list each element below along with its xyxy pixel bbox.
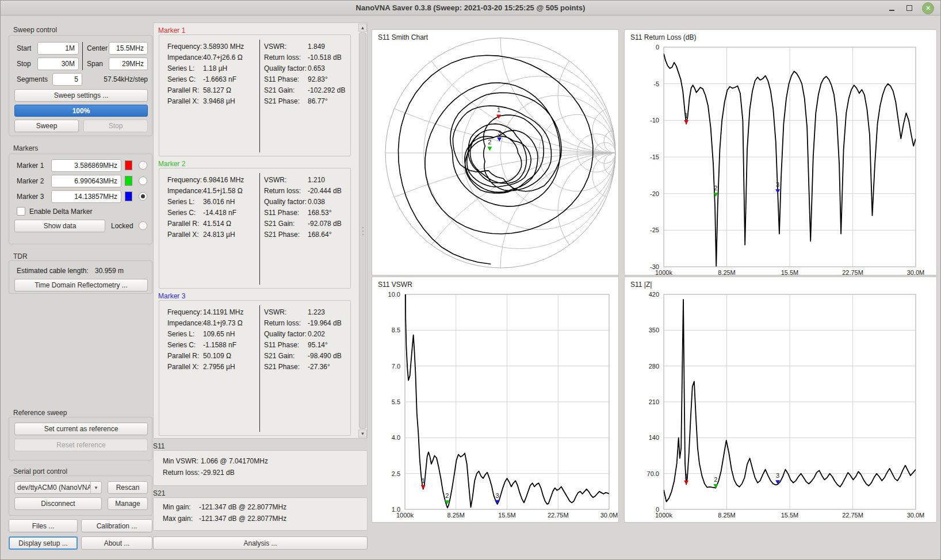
- about-button[interactable]: About ...: [81, 536, 152, 550]
- sweep-divider: [82, 42, 83, 70]
- marker-panel-cell: Quality factor:: [264, 64, 307, 72]
- marker1-label: Marker 1: [17, 162, 44, 170]
- segments-input[interactable]: 5: [52, 73, 82, 86]
- svg-text:-25: -25: [650, 227, 659, 233]
- svg-text:15.5M: 15.5M: [781, 512, 799, 519]
- marker2-input[interactable]: 6.990643MHz: [51, 175, 121, 187]
- marker-panel-cell: Series C:: [167, 341, 196, 349]
- maximize-button[interactable]: [902, 2, 916, 14]
- scrollbar-thumb[interactable]: [359, 32, 366, 429]
- svg-text:30.0M: 30.0M: [907, 512, 925, 519]
- marker-panel-title: Marker 2: [158, 160, 185, 168]
- marker-panel-cell: 0.653: [308, 64, 325, 72]
- start-input[interactable]: 1M: [37, 42, 79, 55]
- locked-radio[interactable]: [139, 221, 147, 230]
- display-setup-button[interactable]: Display setup ...: [9, 536, 78, 550]
- marker3-color-swatch[interactable]: [125, 191, 132, 201]
- calibration-button[interactable]: Calibration ...: [81, 519, 152, 532]
- svg-text:140: 140: [649, 434, 659, 441]
- manage-button[interactable]: Manage: [108, 497, 148, 510]
- marker3-input[interactable]: 14.13857MHz: [51, 190, 121, 203]
- marker-panel-cell: S21 Gain:: [264, 86, 294, 94]
- center-input[interactable]: 15.5MHz: [109, 42, 148, 55]
- rescan-button[interactable]: Rescan: [108, 481, 148, 494]
- markers-section-label: Markers: [13, 144, 38, 152]
- svg-text:70.0: 70.0: [647, 470, 659, 477]
- svg-text:210: 210: [649, 398, 659, 405]
- marker-panel-box: Frequency:6.98416 MHzImpedance:41.5+j1.5…: [159, 168, 351, 289]
- return-loss-chart[interactable]: 0-5-10-15-20-25-301000k8.25M15.5M22.75M3…: [625, 30, 938, 276]
- span-input[interactable]: 29MHz: [109, 57, 148, 70]
- marker-panel-cell: -14.418 nF: [203, 209, 236, 217]
- svg-text:1: 1: [684, 112, 688, 119]
- marker-panel-cell: VSWR:: [264, 43, 286, 51]
- marker-panel-cell: -27.36°: [308, 363, 330, 371]
- return-loss-chart-panel[interactable]: S11 Return Loss (dB) 0-5-10-15-20-25-301…: [624, 29, 937, 275]
- marker-panel-cell: S21 Phase:: [264, 231, 300, 239]
- enable-delta-marker-checkbox[interactable]: [17, 207, 25, 216]
- svg-text:280: 280: [649, 363, 659, 370]
- marker2-color-swatch[interactable]: [125, 176, 132, 186]
- svg-text:10.0: 10.0: [388, 291, 400, 298]
- reset-reference-button[interactable]: Reset reference: [14, 439, 148, 451]
- marker2-radio[interactable]: [139, 177, 147, 185]
- reference-sweep-section-label: Reference sweep: [13, 409, 67, 417]
- analysis-button[interactable]: Analysis ...: [153, 536, 368, 550]
- scroll-down-button[interactable]: ▼: [358, 429, 367, 438]
- marker-panel-cell: S21 Phase:: [264, 363, 300, 371]
- files-button[interactable]: Files ...: [9, 519, 78, 532]
- z-chart[interactable]: 42035028021014070.001000k8.25M15.5M22.75…: [625, 277, 938, 523]
- s21-summary-box: [153, 497, 368, 531]
- show-data-button[interactable]: Show data: [14, 220, 105, 232]
- tdr-button[interactable]: Time Domain Reflectometry ...: [14, 279, 148, 291]
- chevron-down-icon: ▼: [90, 482, 101, 493]
- marker-panel-cell: 0.202: [308, 330, 325, 338]
- marker-panel-cell: Quality factor:: [264, 330, 307, 338]
- marker1-radio[interactable]: [139, 161, 147, 170]
- marker-panel-cell: S11 Phase:: [264, 75, 299, 83]
- marker-panel-cell: 92.83°: [308, 75, 328, 83]
- marker-panel-cell: 24.813 µH: [203, 231, 235, 239]
- minimize-button[interactable]: [885, 2, 898, 14]
- serial-port-select[interactable]: dev/ttyACM0 (NanoVNA) ▼: [14, 481, 102, 494]
- sweep-button[interactable]: Sweep: [14, 120, 79, 132]
- marker-panel-cell: Parallel X:: [167, 231, 199, 239]
- marker-panel-cell: 1.223: [308, 308, 325, 316]
- set-reference-button[interactable]: Set current as reference: [14, 423, 148, 435]
- z-chart-panel[interactable]: S11 |Z| 42035028021014070.001000k8.25M15…: [624, 277, 937, 523]
- marker-panel-cell: 3.58930 MHz: [203, 43, 244, 51]
- sweep-settings-button[interactable]: Sweep settings ...: [14, 89, 148, 102]
- max-gain-label: Max gain:: [163, 515, 193, 523]
- marker-panel-cell: S21 Gain:: [264, 220, 294, 228]
- stop-input[interactable]: 30M: [37, 57, 79, 70]
- scroll-up-button[interactable]: ▲: [358, 24, 367, 32]
- close-button[interactable]: ✕: [922, 2, 934, 14]
- marker-panel-cell: Series L:: [167, 64, 194, 72]
- vswr-chart[interactable]: 10.08.57.05.54.02.51.01000k8.25M15.5M22.…: [372, 277, 619, 523]
- marker-panel-cell: 6.98416 MHz: [203, 176, 244, 184]
- marker-panel-title: Marker 3: [158, 292, 185, 300]
- svg-text:-20: -20: [650, 190, 659, 197]
- smith-chart-panel[interactable]: S11 Smith Chart 123: [372, 29, 619, 275]
- tdr-section-label: TDR: [13, 252, 28, 260]
- disconnect-button[interactable]: Disconnect: [14, 497, 102, 510]
- smith-chart[interactable]: 123: [372, 30, 619, 276]
- titlebar[interactable]: NanoVNA Saver 0.3.8 (Sweep: 2021-03-20 1…: [1, 1, 940, 16]
- marker3-radio[interactable]: [139, 192, 147, 201]
- stop-button[interactable]: Stop: [83, 120, 148, 132]
- marker-panel-cell: S11 Phase:: [264, 209, 299, 217]
- svg-text:2: 2: [714, 185, 717, 191]
- marker1-input[interactable]: 3.586869MHz: [51, 159, 121, 172]
- svg-text:1000k: 1000k: [655, 512, 672, 519]
- marker-panel-cell: Frequency:: [167, 43, 202, 51]
- marker-panel-cell: S21 Gain:: [264, 352, 294, 360]
- marker-panel-cell: 1.849: [308, 43, 325, 51]
- maximize-icon: [906, 5, 912, 11]
- marker-panel-cell: Series C:: [167, 75, 196, 83]
- marker1-color-swatch[interactable]: [125, 160, 132, 170]
- vswr-chart-panel[interactable]: S11 VSWR 10.08.57.05.54.02.51.01000k8.25…: [372, 277, 619, 523]
- marker-panel-cell: Return loss:: [264, 53, 301, 62]
- min-gain-label: Min gain:: [163, 503, 191, 511]
- s21-section-label: S21: [153, 489, 165, 497]
- marker-panel-cell: 0.038: [308, 198, 325, 206]
